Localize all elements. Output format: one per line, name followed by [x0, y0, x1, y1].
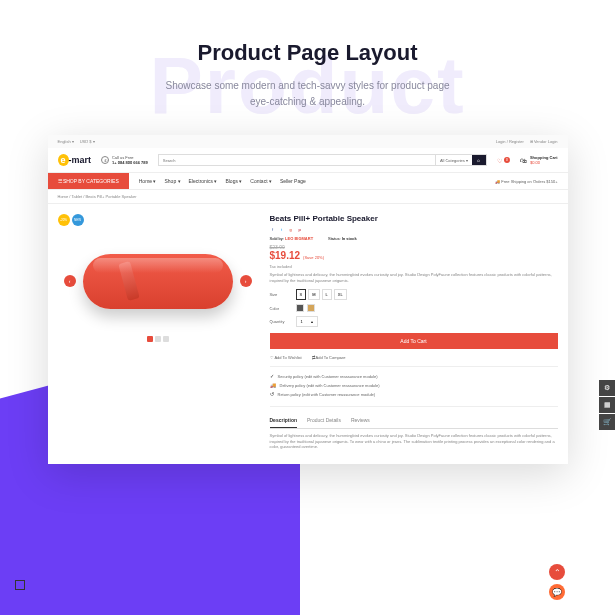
currency-selector[interactable]: USD $ ▾	[80, 139, 95, 144]
nav-seller[interactable]: Seller Page	[280, 178, 306, 184]
thumb-3[interactable]	[163, 336, 169, 342]
color-tan[interactable]	[307, 304, 315, 312]
sold-by-label: Sold by:	[270, 236, 284, 241]
floating-actions: ⌃ 💬	[549, 564, 565, 600]
cart-value: $0.00	[530, 160, 558, 165]
security-icon: ✓	[270, 373, 274, 379]
sale-badge: -20%	[58, 214, 70, 226]
nav-contact[interactable]: Contact ▾	[250, 178, 272, 184]
gallery-thumbnails	[58, 336, 258, 342]
save-percent: (Save 20%)	[303, 255, 324, 260]
header: e-mart ✆ Call us Free 1+ 084 800 666 789…	[48, 148, 568, 172]
thumb-2[interactable]	[155, 336, 161, 342]
search-input[interactable]	[159, 155, 435, 165]
hero-section: Product Page Layout Showcase some modern…	[0, 0, 615, 135]
tax-notice: Tax included	[270, 264, 558, 269]
page-subtitle-1: Showcase some modern and tech-savvy styl…	[20, 78, 595, 94]
wishlist-count: 0	[504, 157, 510, 163]
logo[interactable]: e-mart	[58, 155, 92, 165]
price: $19.12	[270, 250, 301, 261]
side-toolbar: ⚙ ▦ 🛒	[599, 380, 615, 431]
add-to-cart-button[interactable]: Add To Cart	[270, 333, 558, 349]
chat-button[interactable]: 💬	[549, 584, 565, 600]
heart-icon: ♡	[497, 157, 502, 164]
scroll-top-button[interactable]: ⌃	[549, 564, 565, 580]
cart-link[interactable]: 🛍 Shopping Cart $0.00	[520, 155, 558, 165]
breadcrumb[interactable]: Home / Tablet / Beats Pill+ Portable Spe…	[48, 190, 568, 204]
page-title: Product Page Layout	[20, 40, 595, 66]
google-icon[interactable]: g	[288, 226, 294, 232]
thumb-1[interactable]	[147, 336, 153, 342]
product-details: Beats Pill+ Portable Speaker f t g p Sol…	[270, 214, 558, 454]
tool-layout-icon[interactable]: ▦	[599, 397, 615, 413]
product-gallery: -20% NEW ‹ ›	[58, 214, 258, 454]
search-bar: All Categories ▾ ⌕	[158, 154, 487, 166]
tab-reviews[interactable]: Reviews	[351, 413, 370, 428]
product-page-mockup: English ▾ USD $ ▾ Login / Register ⊞ Ven…	[48, 135, 568, 464]
security-policy: Security policy (edit with Customer reas…	[278, 374, 378, 379]
call-us: ✆ Call us Free 1+ 084 800 666 789	[101, 155, 148, 165]
size-xl[interactable]: XL	[334, 289, 347, 300]
language-selector[interactable]: English ▾	[58, 139, 74, 144]
social-share: f t g p	[270, 226, 558, 232]
color-label: Color	[270, 306, 290, 311]
logo-mart: mart	[72, 155, 92, 165]
vendor-login-link[interactable]: ⊞ Vendor Login	[530, 139, 558, 144]
nav-blogs[interactable]: Blogs ▾	[225, 178, 242, 184]
status-value: In stock	[342, 236, 357, 241]
tab-description[interactable]: Description	[270, 413, 298, 428]
search-category-dropdown[interactable]: All Categories ▾	[435, 155, 472, 165]
search-button[interactable]: ⌕	[472, 155, 486, 165]
policies: ✓Security policy (edit with Customer rea…	[270, 367, 558, 407]
twitter-icon[interactable]: t	[279, 226, 285, 232]
gallery-next-button[interactable]: ›	[240, 275, 252, 287]
nav-electronics[interactable]: Electronics ▾	[189, 178, 218, 184]
pinterest-icon[interactable]: p	[297, 226, 303, 232]
main-nav: ☰ SHOP BY CATEGORIES Home ▾ Shop ▾ Elect…	[48, 172, 568, 190]
product-tabs: Description Product Details Reviews	[270, 413, 558, 429]
add-wishlist-button[interactable]: ♡ Add To Wishlist	[270, 355, 302, 360]
wishlist-link[interactable]: ♡ 0	[497, 157, 510, 164]
qty-label: Quantity	[270, 319, 290, 324]
add-compare-button[interactable]: ⇄ Add To Compare	[312, 355, 346, 360]
delivery-policy: Delivery policy (edit with Customer reas…	[280, 383, 380, 388]
tool-cart-icon[interactable]: 🛒	[599, 414, 615, 430]
page-subtitle-2: eye-catching & appealing.	[20, 94, 595, 110]
nav-home[interactable]: Home ▾	[139, 178, 157, 184]
short-description: Symbol of lightness and delicacy, the hu…	[270, 272, 558, 283]
corner-square-icon	[15, 580, 25, 590]
cart-icon: 🛍	[520, 157, 527, 164]
status-label: Status:	[328, 236, 340, 241]
product-title: Beats Pill+ Portable Speaker	[270, 214, 558, 223]
size-l[interactable]: L	[322, 289, 332, 300]
color-dark[interactable]	[296, 304, 304, 312]
product-image[interactable]: ‹ ›	[68, 236, 248, 326]
nav-shop[interactable]: Shop ▾	[164, 178, 180, 184]
gallery-prev-button[interactable]: ‹	[64, 275, 76, 287]
shop-categories-button[interactable]: ☰ SHOP BY CATEGORIES	[48, 173, 129, 189]
free-shipping-notice: 🚚 Free Shipping on Orders $150+	[485, 179, 567, 184]
logo-e: e	[58, 154, 69, 166]
pill-speaker-icon	[83, 254, 233, 309]
new-badge: NEW	[72, 214, 84, 226]
quantity-stepper[interactable]: 1 ▴	[296, 316, 318, 327]
call-number: 1+ 084 800 666 789	[112, 160, 148, 165]
sold-by-value[interactable]: LEO BIGMART	[285, 236, 313, 241]
product-section: -20% NEW ‹ › Beats Pill+ Portable Speake…	[48, 204, 568, 464]
phone-icon: ✆	[101, 156, 109, 164]
login-link[interactable]: Login / Register	[496, 139, 524, 144]
size-m[interactable]: M	[308, 289, 319, 300]
size-label: Size	[270, 292, 290, 297]
size-s[interactable]: S	[296, 289, 307, 300]
qty-up-icon[interactable]: ▴	[307, 317, 317, 326]
delivery-icon: 🚚	[270, 382, 276, 388]
tool-settings-icon[interactable]: ⚙	[599, 380, 615, 396]
return-policy: Return policy (edit with Customer reassu…	[278, 392, 376, 397]
tab-details[interactable]: Product Details	[307, 413, 341, 428]
return-icon: ↺	[270, 391, 274, 397]
facebook-icon[interactable]: f	[270, 226, 276, 232]
tab-content: Symbol of lightness and delicacy, the hu…	[270, 429, 558, 454]
nav-items: Home ▾ Shop ▾ Electronics ▾ Blogs ▾ Cont…	[129, 178, 316, 184]
topbar: English ▾ USD $ ▾ Login / Register ⊞ Ven…	[48, 135, 568, 148]
qty-value: 1	[297, 317, 307, 326]
